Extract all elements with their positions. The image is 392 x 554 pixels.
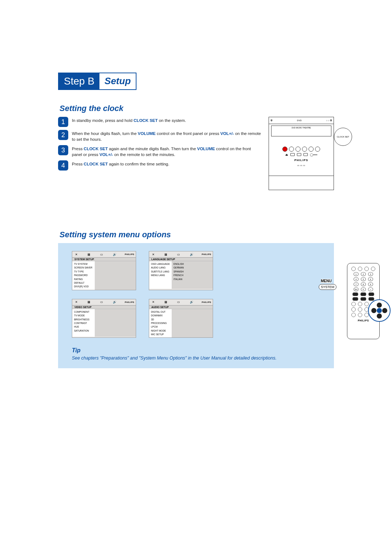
tip-block: Tip See chapters "Preparations" and "Sys… [72,347,327,362]
remote-num: 8 [361,282,366,286]
step-text: Press CLOCK SET again to confirm the tim… [72,160,169,167]
step-badge: 2 [58,130,68,140]
device-badges: ▭ ▭ ▭ [269,164,334,167]
osd-right-col [172,309,213,338]
osd-title: VIDEO SETUP [72,305,136,309]
osd-language-setup: ✕ ▦ ▭ 🔊 PHILIPS LANGUAGE SETUP OSD LANGU… [149,251,213,290]
remote-num: 4 [354,277,359,281]
remote-button [371,267,375,271]
wrench-icon: ✕ [74,300,79,304]
wrench-icon: ✕ [151,300,156,304]
osd-body: TV SYSTEM SCREEN SAVER TV TYPE PASSWORD … [72,261,136,290]
osd-system-setup: ✕ ▦ ▭ 🔊 PHILIPS SYSTEM SETUP TV SYSTEM S… [72,251,136,290]
remote-num: 2 [361,272,366,276]
remote-button [358,307,362,312]
clockset-callout: CLOCK SET [334,128,352,146]
osd-title: AUDIO SETUP [149,305,213,309]
osd-grid: ✕ ▦ ▭ 🔊 PHILIPS SYSTEM SETUP TV SYSTEM S… [72,251,217,338]
osd-body: COMPONENT TV MODE BRIGHTNESS CONTRAST HU… [72,309,136,337]
menu-blue-box: ✕ ▦ ▭ 🔊 PHILIPS SYSTEM SETUP TV SYSTEM S… [58,243,334,368]
language-icon: ▦ [163,253,168,256]
nav-pad-icon [371,303,387,319]
step-badge: 1 [58,117,68,127]
device-disc-slot [269,176,334,190]
osd-tab-bar: ✕ ▦ ▭ 🔊 PHILIPS [149,251,213,258]
language-icon: ▦ [86,253,91,256]
clock-section-title: Setting the clock [60,104,334,113]
remote-pill [352,292,358,296]
remote-pill [360,292,366,296]
dial-icon [309,147,314,152]
dial-red-icon [282,147,287,152]
remote-top-row [350,267,377,271]
audio-icon: 🔊 [112,300,117,304]
wrench-icon: ✕ [151,253,156,256]
dial-icon [302,147,307,152]
remote-button [351,307,356,312]
language-icon: ▦ [163,300,168,304]
remote-num: 3 [368,272,373,276]
remote-num: 6 [368,277,373,281]
step-2: 2 When the hour digits flash, turn the V… [58,130,262,142]
remote-button [358,302,362,306]
step-label: Step B [59,73,99,89]
switch-icon [290,153,295,156]
device-controls-row1 [271,147,331,152]
device-brand: PHILIPS [269,159,334,162]
device-body: ⦿ DVD ○ ○ ⦿ DVD MICRO THEATRE ⏏ [269,117,334,190]
video-icon: ▭ [99,300,104,304]
osd-right-col [95,261,136,290]
device-controls-row2: ⏏ ◯══ [271,153,331,156]
step-text: Press CLOCK SET again and the minute dig… [72,145,262,157]
remote-num: 7 [354,282,359,286]
device-illustration: ⦿ DVD ○ ○ ⦿ DVD MICRO THEATRE ⏏ [269,117,334,190]
ok-button-icon [377,308,382,313]
dial-icon [295,147,301,152]
remote-num: 1 [354,272,359,276]
switch-icon [303,153,308,156]
remote-illustration: MENU SYSTEM 123 456 789 10+0+ [338,263,381,339]
tip-title: Tip [72,347,327,354]
remote-num: + [368,287,373,291]
step-badge: 3 [58,145,68,155]
video-icon: ▭ [99,253,104,256]
device-screen: DVD MICRO THEATRE [271,126,331,136]
step-1: 1 In standby mode, press and hold CLOCK … [58,117,262,127]
osd-title: SYSTEM SETUP [72,258,136,261]
menu-section-title: Setting system menu options [60,230,334,239]
remote-num: 5 [361,277,366,281]
osd-right-col [95,309,136,337]
arrow-down-icon [377,313,382,319]
system-callout: SYSTEM [319,284,336,290]
step-text: When the hour digits flash, turn the VOL… [72,130,262,142]
osd-tab-bar: ✕ ▦ ▭ 🔊 PHILIPS [72,299,136,305]
step-b-header: Step B Setup [58,73,136,90]
step-4: 4 Press CLOCK SET again to confirm the t… [58,160,262,171]
tip-text: See chapters "Preparations" and "System … [72,355,327,362]
dial-icon [289,147,294,152]
language-icon: ▦ [86,300,91,304]
remote-pill [360,297,366,301]
osd-left-col: DIGITAL OUT DOWNMIX 3D PROCESSING LPCM N… [149,309,172,338]
audio-icon: 🔊 [189,300,194,304]
remote-num: 10+ [354,287,359,291]
audio-icon: 🔊 [189,253,194,256]
osd-title: LANGUAGE SETUP [149,258,213,261]
video-icon: ▭ [176,253,181,256]
arrow-left-icon [371,308,376,313]
wrench-icon: ✕ [74,253,79,256]
osd-left-col: TV SYSTEM SCREEN SAVER TV TYPE PASSWORD … [72,261,95,290]
osd-video-setup: ✕ ▦ ▭ 🔊 PHILIPS VIDEO SETUP COMPONENT TV… [72,299,136,338]
osd-body: OSD LANGUAGE AUDIO LANG SUBTITLE LANG ME… [149,261,213,289]
step-text: In standby mode, press and hold CLOCK SE… [72,117,186,123]
osd-body: DIGITAL OUT DOWNMIX 3D PROCESSING LPCM N… [149,309,213,338]
osd-left-col: COMPONENT TV MODE BRIGHTNESS CONTRAST HU… [72,309,95,337]
video-icon: ▭ [176,300,181,304]
step-badge: 4 [58,160,68,171]
arrow-up-icon [377,303,382,308]
osd-right-col: ENGLISH GERMAN SPANISH FRENCH ITALIAN [172,261,213,289]
remote-pill [352,297,358,301]
remote-button [364,267,369,271]
manual-page: Step B Setup Setting the clock 1 In stan… [0,0,392,459]
step-3: 3 Press CLOCK SET again and the minute d… [58,145,262,157]
